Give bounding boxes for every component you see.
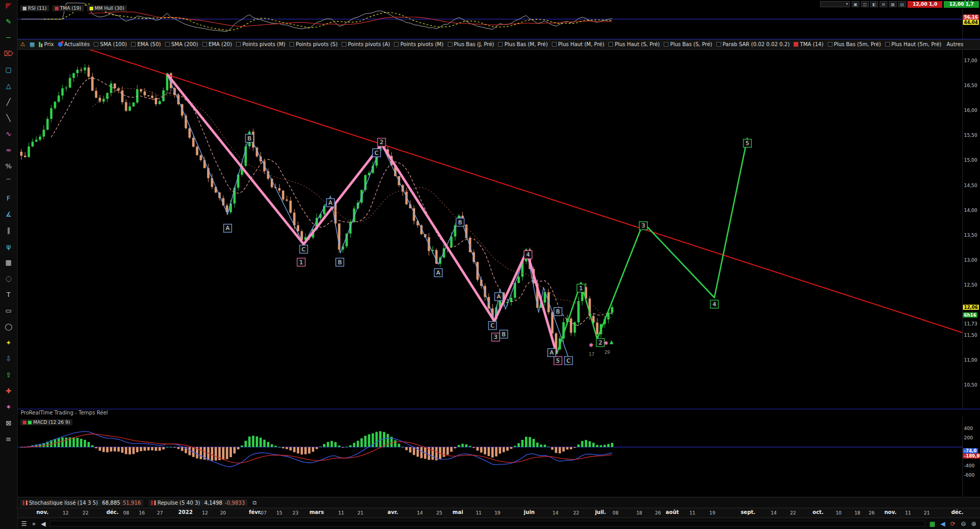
note-tool-icon[interactable]: ▭ (3, 306, 14, 316)
horizontal-line-tool-icon[interactable]: ─ (3, 33, 14, 42)
arc-tool-icon[interactable]: ⌒ (3, 178, 14, 187)
wave-label-a[interactable]: A (548, 349, 556, 357)
layout-three-charts-button[interactable]: ◧ (870, 1, 878, 7)
wave-label-a[interactable]: A (224, 224, 232, 233)
layout-two-charts-button[interactable]: ◫ (861, 1, 869, 7)
indicator-checkbox-item[interactable]: Points pivots (M) (236, 41, 285, 47)
cross-marker-icon[interactable]: ✚ (3, 387, 14, 396)
layout-single-chart-button[interactable]: ▣ (852, 1, 859, 7)
arrow-up-marker-icon[interactable]: ⇧ (3, 370, 14, 380)
pan-back-icon[interactable]: ◀ (940, 520, 946, 527)
reload-chart-icon[interactable]: ⟳ (949, 520, 957, 527)
wave-label-b[interactable]: B (245, 134, 254, 142)
arrow-down-marker-icon[interactable]: ⇩ (3, 354, 14, 364)
parallel-channel-tool-icon[interactable]: ∥ (3, 226, 14, 235)
wave-label-4[interactable]: 4 (524, 251, 532, 259)
wave-label-c[interactable]: C (564, 356, 573, 365)
drawing-menu-icon[interactable]: ≡ (3, 435, 14, 444)
cycle-lines-tool-icon[interactable]: ◌ (3, 274, 14, 283)
indicator-checkbox-item[interactable]: Plus Haut (M, Pré) (552, 41, 604, 47)
chart-grid-icon[interactable]: ▦ (928, 520, 936, 527)
indicator-checkbox-item[interactable]: Plus Bas (M, Pré) (498, 41, 548, 47)
wave-label-1[interactable]: 1 (577, 284, 585, 292)
scroll-left-icon[interactable]: ◀ (40, 520, 47, 527)
panel-menu-icon[interactable]: ☰ (20, 520, 28, 527)
indicator-checkbox-item[interactable]: Plus Bas (5m, Pré) (828, 41, 881, 47)
more-indicators-button[interactable]: Autres (947, 41, 963, 47)
wave-label-3[interactable]: 3 (492, 333, 500, 341)
wave-label-b[interactable]: B (456, 218, 464, 226)
wave-label-5[interactable]: 5 (743, 139, 752, 148)
wave-label-c[interactable]: C (300, 245, 308, 253)
star-marker-icon[interactable]: ✶ (3, 403, 14, 412)
indicator-checkbox-item[interactable]: Points pivots (A) (342, 41, 390, 47)
layout-grid-button[interactable]: ▦ (889, 1, 897, 7)
fibonacci-fan-tool-icon[interactable]: ∡ (3, 210, 14, 219)
sell-button[interactable]: 12,00 1,0 (908, 1, 943, 8)
delete-drawing-icon[interactable]: ⌦ (3, 49, 14, 59)
text-tool-icon[interactable]: T (3, 290, 14, 299)
wave-label-4[interactable]: 4 (710, 300, 719, 308)
wave-label-2[interactable]: 2 (377, 138, 386, 147)
layout-four-charts-button[interactable]: ⊞ (880, 1, 887, 7)
indicator-checkbox-item[interactable]: Points pivots (M) (394, 41, 443, 47)
price-series-toggle[interactable]: Prix (39, 41, 54, 47)
ray-line-tool-icon[interactable]: ╲ (3, 113, 14, 123)
trend-line-tool-icon[interactable]: ╱ (3, 97, 14, 107)
wave-label-b[interactable]: B (554, 308, 562, 316)
percent-retracement-tool-icon[interactable]: % (3, 162, 14, 171)
indicator-checkbox-item[interactable]: Points pivots (S) (289, 41, 338, 47)
wave-label-3[interactable]: 3 (639, 222, 648, 230)
price-chart[interactable]: 12345ABCABCABCABABC12345✱✱▲1729 (18, 50, 962, 409)
layout-wide-button[interactable]: ▤ (898, 1, 906, 7)
wave-label-b[interactable]: B (336, 258, 344, 266)
buy-button[interactable]: 12,00 1,7 (944, 1, 979, 8)
elliott-wave-tool-icon[interactable]: ≈ (3, 146, 14, 155)
wave-label-a[interactable]: A (434, 268, 443, 277)
wave-label-c[interactable]: C (373, 149, 381, 157)
macd-chart[interactable] (18, 417, 962, 497)
indicator-legend-item[interactable]: TMA (19) (52, 5, 84, 11)
zigzag-tool-icon[interactable]: ∿ (3, 130, 14, 139)
price-axis[interactable]: 17,0016,5016,0015,5015,0014,5014,0013,50… (962, 50, 980, 409)
highlight-tool-icon[interactable]: ✦ (3, 338, 14, 348)
indicator-checkbox-item[interactable]: Plus Haut (S, Pré) (608, 41, 660, 47)
andrews-pitchfork-tool-icon[interactable]: ψ (3, 242, 14, 251)
zoom-in-icon[interactable]: ⊕ (970, 520, 977, 527)
indicator-checkbox-item[interactable]: Parab SAR (0.02 0.02 0.2) (716, 41, 790, 47)
alerts-icon[interactable]: ⚠ (20, 41, 25, 48)
select-zone-tool-icon[interactable]: ▢ (3, 65, 14, 75)
indicator-checkbox-item[interactable]: EMA (20) (202, 41, 232, 47)
wave-label-a[interactable]: A (495, 293, 503, 301)
wave-label-c[interactable]: C (488, 322, 496, 330)
indicator-checkbox-item[interactable]: SMA (100) (94, 41, 127, 47)
indicator-legend-item[interactable]: RSI (11) (20, 5, 49, 11)
detach-panel-icon[interactable]: ⧉ (253, 499, 257, 506)
indicator-status-item[interactable]: Repulse (5 40 3)4,1498-0,9833 (149, 499, 247, 506)
indicator-checkbox-item[interactable]: Plus Bas (S, Pré) (664, 41, 712, 47)
wave-label-a[interactable]: A (326, 198, 334, 207)
projection-wave-line[interactable] (557, 138, 747, 354)
gann-grid-tool-icon[interactable]: ▦ (3, 258, 14, 267)
fibonacci-retracement-tool-icon[interactable]: F (3, 194, 14, 203)
indicator-checkbox-item[interactable]: TMA (14) (794, 41, 823, 47)
news-toggle[interactable]: Actualités (58, 41, 90, 47)
indicator-status-item[interactable]: Stochastique lissé (14 3 5)68,88551,916 (20, 499, 143, 506)
macd-axis[interactable]: 400200-400-600-74,0-189,9 (962, 417, 980, 497)
triangle-pattern-tool-icon[interactable]: △ (3, 81, 14, 91)
chart-display-settings-icon[interactable]: ▦ (30, 41, 35, 48)
panel-expand-icon[interactable]: » (31, 520, 37, 527)
indicator-checkbox-item[interactable]: Plus Bas (J, Pré) (448, 41, 494, 47)
lock-drawings-icon[interactable]: ⊠ (3, 419, 14, 428)
wave-label-1[interactable]: 1 (297, 258, 305, 266)
wave-label-b[interactable]: B (500, 330, 508, 338)
time-axis[interactable]: nov.1222déc.08162720221220févr.071523mar… (18, 508, 980, 518)
zoom-out-icon[interactable]: ⊖ (960, 520, 967, 527)
wave-label-5[interactable]: 5 (554, 356, 562, 365)
elliott-impulse-line[interactable] (167, 74, 557, 354)
ellipse-tool-icon[interactable]: ◯ (3, 322, 14, 332)
indicator-checkbox-item[interactable]: Plus Haut (5m, Pré) (885, 41, 942, 47)
indicator-legend-item[interactable]: MACD (12 26 9) (20, 419, 72, 425)
descending-trendline[interactable] (74, 50, 962, 333)
indicator-legend-item[interactable]: MM Hull (30) (87, 5, 127, 11)
